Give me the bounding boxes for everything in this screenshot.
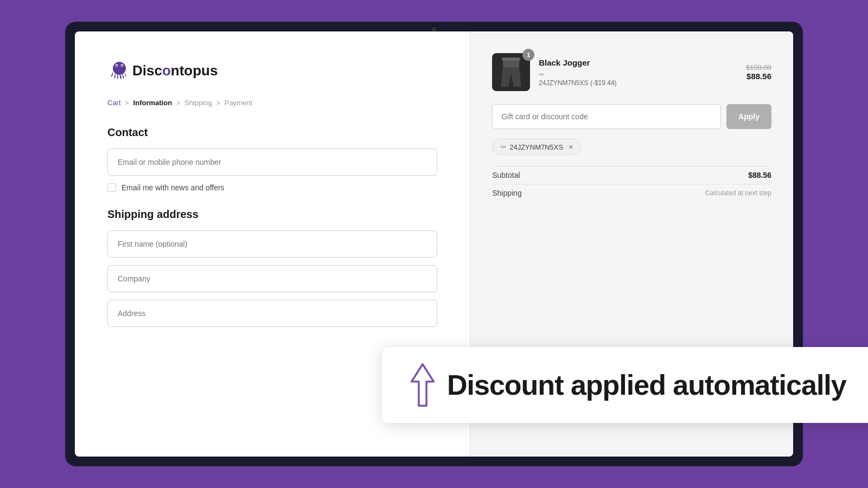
- shipping-value: Calculated at next step: [705, 189, 771, 197]
- product-quantity-badge: 1: [522, 49, 534, 61]
- applied-code-row: ⚰ 24JZYNM7N5XS ×: [492, 139, 771, 155]
- svg-point-3: [116, 66, 117, 67]
- discount-overlay: Discount applied automatically: [382, 347, 868, 423]
- breadcrumb-shipping: Shipping: [184, 99, 212, 107]
- apply-button[interactable]: Apply: [726, 104, 771, 129]
- breadcrumb-sep-2: >: [176, 99, 180, 107]
- svg-point-0: [113, 62, 126, 75]
- product-image-wrap: 1: [492, 53, 530, 91]
- breadcrumb-sep-1: >: [125, 99, 129, 107]
- product-price: $100.00 $88.56: [746, 63, 771, 81]
- logo-text-highlight: o: [162, 62, 171, 79]
- logo-text: Discontopus: [132, 62, 218, 79]
- logo-text-part1: Disc: [132, 62, 162, 79]
- breadcrumb-payment: Payment: [225, 99, 252, 107]
- remove-code-button[interactable]: ×: [569, 143, 573, 151]
- logo-text-part2: ntopus: [171, 62, 218, 79]
- product-name: Black Jogger: [539, 58, 737, 67]
- address-input[interactable]: [107, 300, 437, 327]
- svg-point-4: [122, 66, 123, 67]
- subtotal-label: Subtotal: [492, 171, 520, 179]
- overlay-message: Discount applied automatically: [447, 369, 846, 401]
- octopus-logo-icon: [107, 59, 131, 82]
- subtotal-row: Subtotal $88.56: [492, 166, 771, 184]
- email-opt-in-label: Email me with news and offers: [122, 183, 225, 192]
- breadcrumb: Cart > Information > Shipping > Payment: [107, 99, 437, 107]
- svg-rect-6: [502, 57, 520, 61]
- product-image-svg: [499, 56, 524, 88]
- price-original: $100.00: [746, 63, 771, 72]
- discount-code-row: Apply: [492, 104, 771, 129]
- subtotal-value: $88.56: [748, 171, 771, 179]
- gift-card-input[interactable]: [492, 104, 721, 129]
- email-opt-in-row: Email me with news and offers: [107, 183, 437, 192]
- product-info: Black Jogger ⚰ 24JZYNM7N5XS (-$19.44): [539, 58, 737, 87]
- product-row: 1 Black Jogger ⚰ 24JZYNM7N5XS (-$19.44) …: [492, 53, 771, 91]
- laptop-frame: Discontopus Cart > Information > Shippin…: [65, 22, 803, 466]
- discount-tag-icon: ⚰: [539, 71, 544, 79]
- shipping-section-title: Shipping address: [107, 208, 437, 221]
- email-phone-input[interactable]: [107, 149, 437, 176]
- logo-area: Discontopus: [107, 59, 437, 82]
- product-discount-code: 24JZYNM7N5XS (-$19.44): [539, 79, 737, 87]
- shipping-label: Shipping: [492, 189, 522, 197]
- shipping-row: Shipping Calculated at next step: [492, 184, 771, 202]
- applied-code-badge: ⚰ 24JZYNM7N5XS ×: [492, 139, 581, 155]
- first-name-input[interactable]: [107, 230, 437, 258]
- tag-icon: ⚰: [500, 143, 506, 151]
- arrow-up-container: [409, 363, 436, 407]
- price-current: $88.56: [746, 72, 771, 81]
- svg-marker-7: [412, 364, 434, 406]
- company-input[interactable]: [107, 265, 437, 292]
- breadcrumb-sep-3: >: [216, 99, 220, 107]
- arrow-up-icon: [409, 363, 436, 407]
- breadcrumb-cart[interactable]: Cart: [107, 99, 121, 107]
- contact-section-title: Contact: [107, 126, 437, 139]
- applied-code-text: 24JZYNM7N5XS: [509, 143, 563, 151]
- breadcrumb-information[interactable]: Information: [133, 99, 173, 107]
- email-opt-in-checkbox[interactable]: [107, 183, 116, 192]
